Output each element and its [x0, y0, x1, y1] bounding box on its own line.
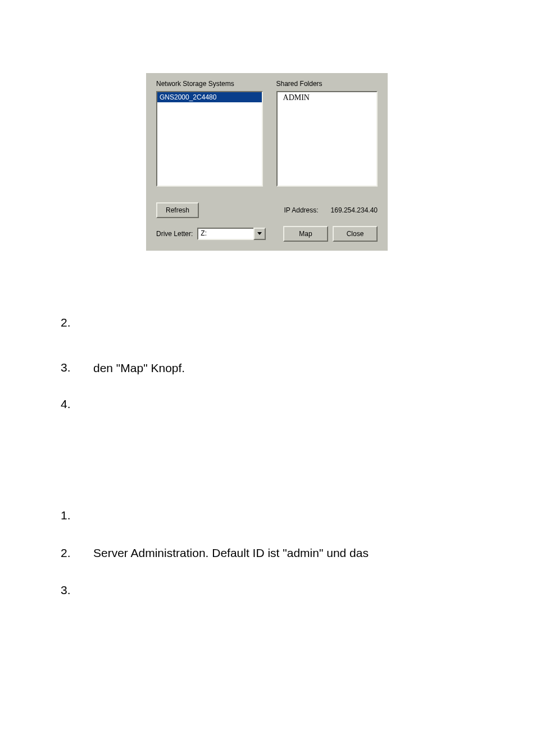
nss-label: Network Storage Systems [156, 80, 263, 88]
list-number: 4. [61, 396, 93, 412]
ip-address-label: IP Address: [284, 206, 318, 214]
svg-marker-0 [257, 232, 262, 235]
drive-letter-value[interactable]: Z: [197, 228, 253, 240]
list-text: Server Administration. Default ID ist "a… [93, 545, 488, 561]
list-continuation: den "Map" Knopf. [93, 360, 488, 376]
list-item: 4. [61, 396, 488, 412]
list-number: 1. [61, 508, 93, 523]
chevron-down-icon[interactable] [253, 228, 266, 240]
refresh-button[interactable]: Refresh [156, 202, 199, 218]
network-storage-dialog: Network Storage Systems GNS2000_2C4480 S… [146, 73, 388, 251]
list-item: 2. Server Administration. Default ID ist… [61, 545, 488, 561]
list-number: 2. [61, 315, 93, 331]
document-body: 2. 3. den "Map" Knopf. 4. 1. 2. Server A… [61, 315, 488, 619]
nss-listbox[interactable]: GNS2000_2C4480 [156, 91, 263, 187]
list-item: 3. [61, 582, 488, 598]
nss-item-selected[interactable]: GNS2000_2C4480 [157, 92, 262, 102]
list-item: 2. [61, 315, 488, 331]
list-number: 3. [61, 582, 93, 598]
drive-letter-combo[interactable]: Z: [197, 228, 266, 240]
drive-letter-label: Drive Letter: [156, 230, 193, 238]
shared-folder-item[interactable]: ADMIN [278, 92, 376, 103]
list-number: 2. [61, 545, 93, 561]
shared-folders-listbox[interactable]: ADMIN [276, 91, 378, 187]
ip-address-value: 169.254.234.40 [331, 206, 378, 214]
close-button[interactable]: Close [333, 226, 378, 242]
shared-folders-label: Shared Folders [276, 80, 378, 88]
list-item: 1. [61, 508, 488, 523]
list-number: 3. [61, 360, 93, 375]
map-button[interactable]: Map [283, 226, 328, 242]
